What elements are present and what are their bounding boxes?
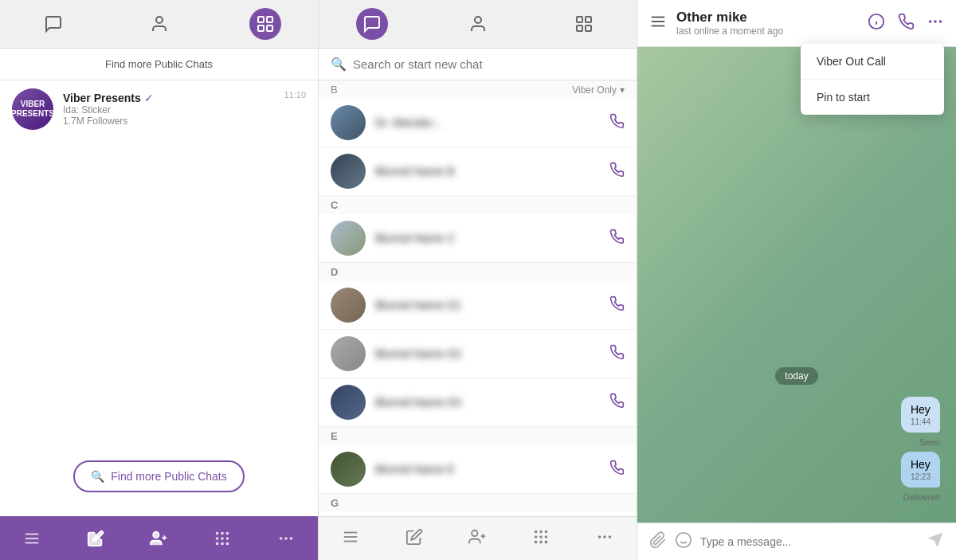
svg-rect-4 xyxy=(267,25,272,31)
right-panel: Other mike last online a moment ago xyxy=(637,0,956,560)
svg-point-37 xyxy=(535,535,538,538)
middle-tab-contacts[interactable] xyxy=(462,8,494,40)
middle-bar-add-contact-icon[interactable] xyxy=(468,528,486,549)
message-input[interactable] xyxy=(700,535,919,548)
dropdown-pin-to-start[interactable]: Pin to start xyxy=(801,80,944,115)
svg-point-15 xyxy=(221,537,224,540)
channel-item[interactable]: VIBERPRESENTS Viber Presents ✓ Ida: Stic… xyxy=(0,80,318,138)
left-bar-edit-icon[interactable] xyxy=(87,530,104,547)
svg-point-45 xyxy=(609,535,612,538)
find-more-header: Find more Public Chats xyxy=(0,49,318,80)
chat-input-bar xyxy=(637,523,956,560)
viber-call-icon[interactable] xyxy=(609,113,625,133)
svg-point-12 xyxy=(221,531,224,535)
svg-point-23 xyxy=(475,17,481,23)
contact-avatar xyxy=(331,385,366,420)
svg-point-8 xyxy=(154,531,159,537)
left-bar-apps-icon[interactable] xyxy=(214,530,231,547)
middle-bar-more-icon[interactable] xyxy=(596,528,613,549)
svg-point-20 xyxy=(280,537,283,540)
left-top-tabs xyxy=(0,0,318,49)
svg-point-55 xyxy=(676,533,691,547)
channel-info: Viber Presents ✓ Ida: Sticker 1.7M Follo… xyxy=(63,92,284,127)
svg-point-19 xyxy=(226,542,229,545)
call-button[interactable] xyxy=(897,13,915,33)
message-group-1: Hey 11:44 Seen xyxy=(901,397,940,452)
chat-title: Other mike xyxy=(676,10,868,25)
viber-call-icon[interactable] xyxy=(609,460,625,480)
viber-call-icon[interactable] xyxy=(609,162,625,182)
channel-subtitle: Ida: Sticker xyxy=(63,104,284,116)
today-badge: today xyxy=(775,367,817,385)
contact-row[interactable]: Blurred Name C xyxy=(319,214,637,263)
info-button[interactable] xyxy=(868,13,885,33)
section-c-header: C xyxy=(319,196,637,214)
svg-point-44 xyxy=(603,535,606,538)
viber-call-icon[interactable] xyxy=(609,296,625,315)
dropdown-viber-out-call[interactable]: Viber Out Call xyxy=(801,44,944,80)
attachment-icon[interactable] xyxy=(649,531,667,552)
messages-container: Hey 11:44 Seen Hey 12:23 Delivered xyxy=(653,397,940,507)
svg-point-39 xyxy=(545,535,548,538)
middle-tab-public[interactable] xyxy=(568,8,600,40)
left-bar-list-icon[interactable] xyxy=(23,530,41,547)
contact-name: Blurred Name C xyxy=(375,232,609,245)
svg-point-0 xyxy=(156,17,163,23)
left-tab-contacts[interactable] xyxy=(143,8,175,40)
chat-area: today Hey 11:44 Seen Hey 12:23 Delivered xyxy=(637,47,956,523)
svg-rect-3 xyxy=(258,25,264,31)
svg-rect-7 xyxy=(25,542,39,543)
viber-call-icon[interactable] xyxy=(609,229,625,249)
contact-row[interactable]: Blurred Name B xyxy=(319,147,637,196)
chat-title-group: Other mike last online a moment ago xyxy=(676,10,868,37)
contact-row[interactable]: Blurred Name E xyxy=(319,445,637,494)
left-bar-more-icon[interactable] xyxy=(277,530,295,547)
svg-point-13 xyxy=(226,531,229,535)
viber-only-filter[interactable]: Viber Only ▾ xyxy=(572,84,625,96)
svg-rect-27 xyxy=(586,25,591,31)
contact-row[interactable]: Blurred Name D2 xyxy=(319,330,637,378)
search-input[interactable] xyxy=(353,57,625,71)
svg-point-40 xyxy=(535,541,538,544)
section-g-header: G xyxy=(319,494,637,512)
left-bar-add-contact-icon[interactable] xyxy=(150,530,167,547)
svg-rect-5 xyxy=(25,533,39,535)
svg-point-11 xyxy=(216,531,219,535)
contact-avatar xyxy=(331,221,366,256)
svg-point-43 xyxy=(598,535,601,538)
find-btn-container: 🔍 Find more Public Chats xyxy=(0,138,318,516)
middle-bar-apps-icon[interactable] xyxy=(532,528,550,549)
svg-rect-2 xyxy=(267,17,272,22)
find-more-button[interactable]: 🔍 Find more Public Chats xyxy=(73,460,245,492)
svg-point-16 xyxy=(226,537,229,540)
contact-row[interactable]: Blurred Name D1 xyxy=(319,281,637,330)
contact-row[interactable]: Dr. Miender... xyxy=(319,99,637,147)
middle-bar-list-icon[interactable] xyxy=(342,528,359,549)
hamburger-icon[interactable] xyxy=(649,13,667,33)
send-icon[interactable] xyxy=(927,531,944,552)
viber-call-icon[interactable] xyxy=(609,344,625,364)
svg-point-54 xyxy=(939,20,942,23)
message-time: 12:23 xyxy=(911,472,931,481)
more-button[interactable] xyxy=(927,13,944,33)
contact-name: Blurred Name E xyxy=(375,463,609,476)
emoji-icon[interactable] xyxy=(675,531,692,552)
section-e-header: E xyxy=(319,427,637,445)
message-status: Delivered xyxy=(903,492,940,502)
left-tab-chat[interactable] xyxy=(37,8,69,40)
svg-point-35 xyxy=(539,531,543,534)
svg-rect-25 xyxy=(586,17,591,22)
svg-rect-1 xyxy=(258,17,264,22)
section-b-header: B Viber Only ▾ xyxy=(319,80,637,99)
contact-avatar xyxy=(331,452,366,487)
chat-subtitle: last online a moment ago xyxy=(676,25,868,37)
contact-name: Blurred Name D3 xyxy=(375,396,609,409)
svg-point-18 xyxy=(221,542,224,545)
chat-header: Other mike last online a moment ago xyxy=(637,0,956,47)
viber-call-icon[interactable] xyxy=(609,393,625,413)
middle-bar-edit-icon[interactable] xyxy=(406,528,423,549)
contact-row[interactable]: Blurred Name D3 xyxy=(319,378,637,427)
svg-point-14 xyxy=(216,537,219,540)
middle-tab-chat[interactable] xyxy=(356,8,388,40)
left-tab-public[interactable] xyxy=(249,8,281,40)
